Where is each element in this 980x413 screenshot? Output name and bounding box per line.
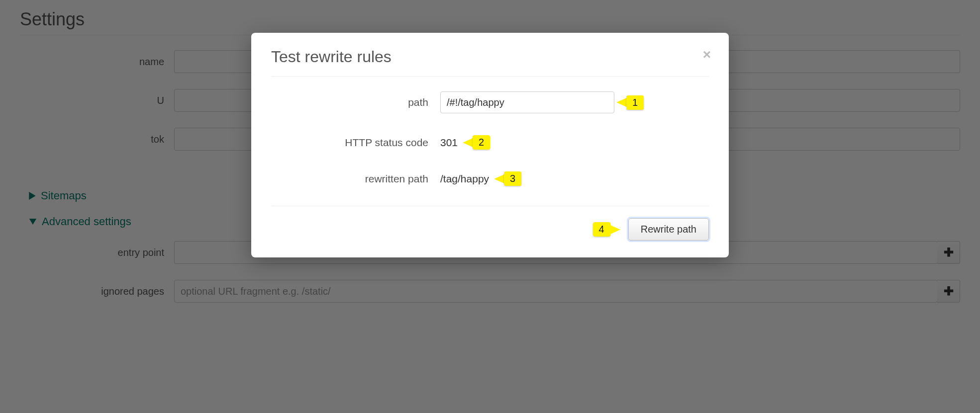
- annotation-3: 3: [492, 171, 521, 186]
- row-path: path 1: [271, 91, 709, 113]
- modal-footer: 4 Rewrite path: [271, 206, 709, 241]
- row-status: HTTP status code 301 2: [271, 135, 709, 150]
- annotation-1: 1: [614, 95, 644, 110]
- annotation-4: 4: [593, 222, 622, 237]
- status-code-value: 301: [440, 137, 458, 149]
- label-rewritten: rewritten path: [271, 173, 440, 185]
- annotation-2: 2: [461, 135, 490, 150]
- rewritten-path-value: /tag/happy: [440, 173, 489, 185]
- label-path: path: [271, 96, 440, 108]
- annotation-1-label: 1: [626, 95, 644, 110]
- modal-title: Test rewrite rules: [271, 48, 709, 77]
- annotation-2-label: 2: [473, 135, 490, 150]
- annotation-3-label: 3: [504, 171, 521, 186]
- row-rewritten: rewritten path /tag/happy 3: [271, 171, 709, 186]
- annotation-4-label: 4: [593, 222, 610, 237]
- path-input[interactable]: [440, 91, 614, 113]
- rewrite-path-button[interactable]: Rewrite path: [628, 218, 709, 241]
- label-status: HTTP status code: [271, 137, 440, 149]
- modal-body: path 1 HTTP status code 301 2 rewritten …: [271, 77, 709, 206]
- test-rewrite-rules-modal: × Test rewrite rules path 1 HTTP status …: [251, 33, 729, 257]
- close-icon[interactable]: ×: [703, 48, 711, 62]
- modal-overlay: × Test rewrite rules path 1 HTTP status …: [0, 0, 980, 413]
